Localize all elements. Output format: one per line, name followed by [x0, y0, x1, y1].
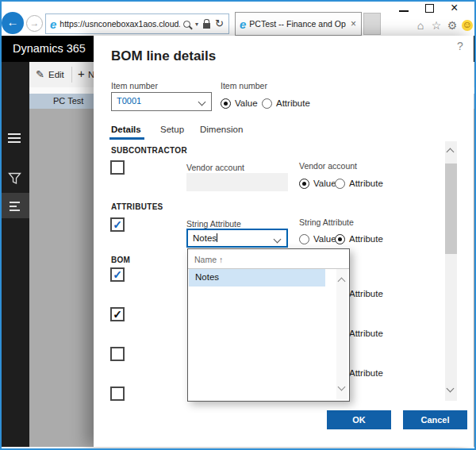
refresh-icon[interactable]: ↻	[215, 19, 224, 29]
string-attribute-label: String Attribute	[186, 219, 241, 229]
title-bar: ← → e https://usnconeboxax1aos.cloud.one…	[0, 0, 476, 36]
tab-close-icon[interactable]: ×	[346, 18, 361, 29]
chevron-down-icon[interactable]	[198, 98, 206, 106]
attribute-option-label[interactable]: Attribute	[349, 289, 383, 298]
vendor-account-label: Vendor account	[186, 163, 244, 172]
attribute-option-label[interactable]: Attribute	[349, 368, 383, 378]
item-number-attribute-radio[interactable]	[262, 98, 272, 109]
check-icon: ✓	[112, 309, 123, 320]
vendor-value-radio[interactable]	[299, 179, 309, 189]
attribute-option-label[interactable]: Attribute	[349, 234, 383, 244]
home-icon[interactable]: ⌂	[414, 19, 427, 32]
string-attribute-combobox[interactable]: Notes	[186, 229, 288, 248]
filter-funnel-icon[interactable]	[8, 172, 21, 188]
attribute-option-label[interactable]: Attribute	[349, 329, 383, 338]
search-icon[interactable]	[183, 21, 190, 28]
cancel-button[interactable]: Cancel	[403, 410, 467, 429]
check-icon: ✓	[112, 269, 123, 280]
minimize-button[interactable]	[399, 10, 409, 12]
tab-dimension[interactable]: Dimension	[200, 125, 243, 134]
gear-icon[interactable]: ⚙	[446, 19, 459, 32]
attribute-option-label[interactable]: Attribute	[276, 98, 310, 108]
chevron-down-icon[interactable]: ▾	[195, 21, 198, 28]
scroll-down-icon[interactable]	[447, 385, 455, 393]
value-option-label[interactable]: Value	[235, 98, 258, 108]
dialog-title: BOM line details	[111, 48, 216, 64]
subcontractor-checkbox[interactable]	[110, 160, 125, 175]
forward-button[interactable]: →	[26, 15, 43, 32]
vendor-account-input[interactable]	[186, 173, 288, 191]
value-option-label[interactable]: Value	[313, 179, 336, 188]
hamburger-menu-icon[interactable]	[8, 133, 21, 145]
bom-line-details-dialog: ? BOM line details Item number T0001 Ite…	[94, 36, 474, 447]
help-icon[interactable]: ?	[457, 40, 463, 52]
bom-checkbox-2[interactable]: ✓	[110, 307, 125, 321]
close-button[interactable]: ×	[451, 1, 458, 15]
scrollbar-thumb[interactable]	[445, 163, 457, 254]
vendor-account-radio-label: Vendor account	[299, 161, 357, 171]
edit-button[interactable]: Edit	[48, 70, 64, 79]
attribute-option-label[interactable]: Attribute	[349, 179, 383, 188]
item-number-radio-label: Item number	[221, 81, 267, 90]
dialog-scrollbar[interactable]	[445, 141, 457, 401]
dropdown-item-label: Notes	[195, 272, 219, 282]
attributes-checkbox[interactable]: ✓	[110, 217, 125, 232]
string-attribute-radio[interactable]	[335, 234, 345, 244]
subcontractor-section-header: SUBCONTRACTOR	[111, 146, 187, 155]
check-icon: ✓	[112, 219, 123, 230]
url-text[interactable]: https://usnconeboxax1aos.cloud.one...	[60, 19, 180, 29]
vendor-attribute-radio[interactable]	[335, 179, 345, 189]
tab-title: PCTest -- Finance and Oper...	[249, 19, 346, 29]
new-tab-button[interactable]	[363, 13, 381, 35]
ie-logo-icon: e	[240, 17, 246, 31]
feedback-smiley-icon[interactable]: ☺	[462, 20, 473, 31]
dropdown-scrollbar[interactable]	[336, 269, 347, 399]
text-cursor	[217, 233, 217, 242]
back-button[interactable]: ←	[2, 12, 24, 34]
bom-checkbox-1[interactable]: ✓	[110, 267, 125, 282]
sort-ascending-icon: ↑	[219, 255, 223, 264]
attributes-section-header: ATTRIBUTES	[111, 202, 163, 211]
address-bar-icons: ▾ ↻	[180, 19, 228, 29]
dropdown-column-header[interactable]: Name ↑	[194, 255, 223, 264]
scroll-up-icon[interactable]	[447, 148, 455, 156]
browser-window: ← → e https://usnconeboxax1aos.cloud.one…	[0, 0, 476, 450]
pencil-icon: ✎	[36, 68, 44, 80]
scroll-down-icon[interactable]	[338, 383, 346, 391]
item-number-label: Item number	[111, 81, 158, 90]
string-value-radio[interactable]	[299, 234, 309, 244]
tab-setup[interactable]: Setup	[160, 125, 184, 134]
ok-button[interactable]: OK	[327, 410, 391, 429]
dropdown-item-notes[interactable]: Notes	[189, 269, 325, 287]
string-attribute-radio-label: String Attribute	[299, 217, 354, 227]
list-lines-icon	[10, 202, 20, 213]
address-bar[interactable]: e https://usnconeboxax1aos.cloud.one... …	[45, 13, 229, 34]
active-tab-underline	[109, 137, 144, 140]
nav-sidebar	[0, 62, 29, 447]
browser-tab[interactable]: e PCTest -- Finance and Oper... ×	[235, 12, 362, 36]
favorites-star-icon[interactable]: ☆	[430, 19, 443, 32]
plus-icon: +	[78, 67, 85, 80]
tab-details[interactable]: Details	[111, 125, 141, 134]
scroll-up-icon[interactable]	[338, 278, 346, 286]
item-number-value-radio[interactable]	[221, 98, 231, 109]
bom-section-header: BOM	[111, 256, 130, 264]
maximize-button[interactable]	[425, 4, 434, 13]
grid-row-label: PC Test	[53, 96, 83, 106]
app-brand[interactable]: Dynamics 365	[13, 36, 86, 62]
bom-checkbox-4[interactable]	[110, 387, 125, 401]
item-number-value: T0001	[117, 96, 141, 106]
chevron-down-icon[interactable]	[274, 236, 282, 244]
toolbar-divider	[71, 67, 72, 83]
lookup-dropdown: Name ↑ Notes	[187, 248, 350, 402]
bom-checkbox-3[interactable]	[110, 347, 125, 361]
ie-logo-icon: e	[50, 17, 56, 31]
item-number-combobox[interactable]: T0001	[111, 92, 212, 111]
lock-icon	[203, 23, 210, 29]
string-attribute-value: Notes	[193, 233, 217, 243]
sidebar-item-active[interactable]	[0, 193, 29, 218]
value-option-label[interactable]: Value	[313, 234, 336, 244]
